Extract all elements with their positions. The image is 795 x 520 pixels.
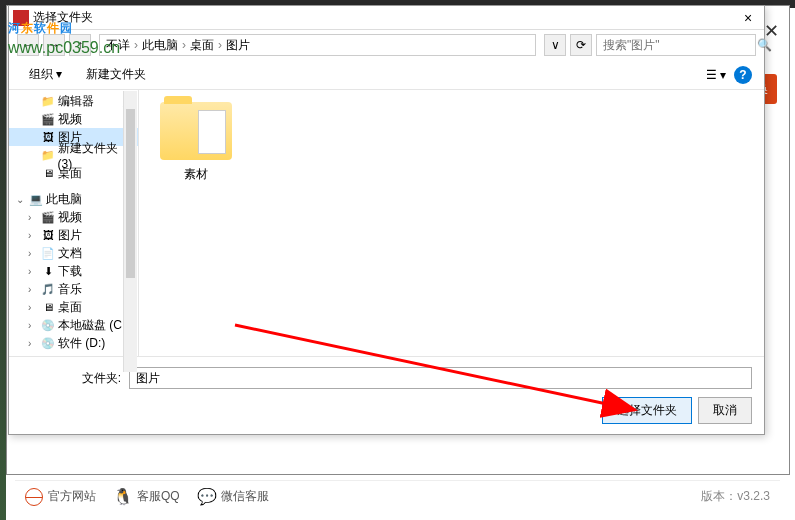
tree-item[interactable]: 📁编辑器📌 xyxy=(9,92,138,110)
nav-forward-button[interactable]: → xyxy=(43,34,65,56)
tree-item-label: 编辑器 xyxy=(58,93,94,110)
folder-label: 素材 xyxy=(184,166,208,183)
nav-back-button[interactable]: ← xyxy=(17,34,39,56)
tree-item[interactable]: 📁新建文件夹 (3) xyxy=(9,146,138,164)
tree-item[interactable]: ›🎵音乐 xyxy=(9,280,138,298)
tree-item-icon: 🖥 xyxy=(41,300,55,314)
tree-item[interactable]: ›🖼图片 xyxy=(9,226,138,244)
qq-support-link[interactable]: 🐧 客服QQ xyxy=(114,488,180,506)
tree-item-icon: 🖼 xyxy=(41,130,55,144)
tree-item[interactable]: ›📄文档 xyxy=(9,244,138,262)
folder-picker-dialog: 选择文件夹 × ← → ↑ 不详›此电脑›桌面›图片 ∨ ⟳ 🔍 组织 ▾ 新建… xyxy=(8,5,765,435)
tree-item-icon: 🎬 xyxy=(41,210,55,224)
expand-icon[interactable]: › xyxy=(28,320,38,331)
expand-icon[interactable]: › xyxy=(28,302,38,313)
navigation-bar: ← → ↑ 不详›此电脑›桌面›图片 ∨ ⟳ 🔍 xyxy=(9,30,764,60)
tree-item-label: 桌面 xyxy=(58,165,82,182)
expand-icon[interactable]: ⌄ xyxy=(16,194,26,205)
dialog-close-button[interactable]: × xyxy=(736,10,760,26)
version-label: 版本：v3.2.3 xyxy=(701,488,770,505)
nav-refresh-button[interactable]: ⟳ xyxy=(570,34,592,56)
folder-content[interactable]: 素材 xyxy=(139,90,764,356)
breadcrumb-separator: › xyxy=(218,38,222,52)
organize-button[interactable]: 组织 ▾ xyxy=(21,64,70,85)
dialog-titlebar: 选择文件夹 × xyxy=(9,6,764,30)
help-button[interactable]: ? xyxy=(734,66,752,84)
new-folder-button[interactable]: 新建文件夹 xyxy=(78,64,154,85)
tree-item-icon: 💿 xyxy=(41,318,55,332)
select-folder-button[interactable]: 选择文件夹 xyxy=(602,397,692,424)
tree-item-icon: 📄 xyxy=(41,246,55,260)
tree-item-icon: ⬇ xyxy=(41,264,55,278)
tree-item-label: 视频 xyxy=(58,209,82,226)
tree-item-label: 软件 (D:) xyxy=(58,335,105,352)
folder-tree: 📁编辑器📌🎬视频🖼图片📁新建文件夹 (3)🖥桌面⌄💻此电脑›🎬视频›🖼图片›📄文… xyxy=(9,90,139,356)
cancel-button[interactable]: 取消 xyxy=(698,397,752,424)
nav-up-button[interactable]: ↑ xyxy=(69,34,91,56)
breadcrumb-item[interactable]: 图片 xyxy=(226,37,250,54)
bottom-bar: 官方网站 🐧 客服QQ 💬 微信客服 版本：v3.2.3 xyxy=(15,480,780,512)
tree-item-label: 音乐 xyxy=(58,281,82,298)
dialog-icon xyxy=(13,10,29,26)
search-input[interactable] xyxy=(603,38,753,52)
qq-icon: 🐧 xyxy=(114,488,132,506)
tree-item-label: 本地磁盘 (C:) xyxy=(58,317,129,334)
tree-scrollbar[interactable] xyxy=(123,91,137,372)
folder-item[interactable]: 素材 xyxy=(151,102,241,183)
expand-icon[interactable]: › xyxy=(28,230,38,241)
breadcrumb-item[interactable]: 不详 xyxy=(106,37,130,54)
breadcrumb-separator: › xyxy=(134,38,138,52)
tree-item[interactable]: ›🎬视频 xyxy=(9,208,138,226)
tree-item[interactable]: ›💿本地磁盘 (C:) xyxy=(9,316,138,334)
wechat-icon: 💬 xyxy=(198,488,216,506)
tree-item-icon: 📁 xyxy=(41,148,55,162)
expand-icon[interactable]: › xyxy=(28,338,38,349)
search-box[interactable]: 🔍 xyxy=(596,34,756,56)
expand-icon[interactable]: › xyxy=(28,284,38,295)
tree-item[interactable]: ›⬇下载 xyxy=(9,262,138,280)
dialog-toolbar: 组织 ▾ 新建文件夹 ☰ ▾ ? xyxy=(9,60,764,90)
expand-icon[interactable]: › xyxy=(28,266,38,277)
tree-item-label: 文档 xyxy=(58,245,82,262)
tree-item[interactable]: ⌄💻此电脑 xyxy=(9,190,138,208)
search-icon[interactable]: 🔍 xyxy=(757,38,772,52)
expand-icon[interactable]: › xyxy=(28,212,38,223)
breadcrumb-item[interactable]: 此电脑 xyxy=(142,37,178,54)
tree-item-icon: 📁 xyxy=(41,94,55,108)
breadcrumb-separator: › xyxy=(182,38,186,52)
tree-item[interactable]: ›💿软件 (D:) xyxy=(9,334,138,352)
tree-item[interactable]: 🎬视频 xyxy=(9,110,138,128)
tree-item-label: 视频 xyxy=(58,111,82,128)
tree-item-label: 此电脑 xyxy=(46,191,82,208)
tree-item-icon: 🎬 xyxy=(41,112,55,126)
tree-item[interactable]: 🖥桌面 xyxy=(9,164,138,182)
folder-name-input[interactable] xyxy=(129,367,752,389)
folder-icon xyxy=(160,102,232,160)
tree-item[interactable]: ›🖥桌面 xyxy=(9,298,138,316)
breadcrumb-item[interactable]: 桌面 xyxy=(190,37,214,54)
wechat-support-link[interactable]: 💬 微信客服 xyxy=(198,488,269,506)
official-website-link[interactable]: 官方网站 xyxy=(25,488,96,506)
tree-item-icon: 🎵 xyxy=(41,282,55,296)
dialog-title: 选择文件夹 xyxy=(33,9,736,26)
tree-item-label: 桌面 xyxy=(58,299,82,316)
folder-field-label: 文件夹: xyxy=(21,370,121,387)
tree-item-icon: 🖥 xyxy=(41,166,55,180)
view-mode-button[interactable]: ☰ ▾ xyxy=(706,68,726,82)
expand-icon[interactable]: › xyxy=(28,248,38,259)
tree-item-icon: 💻 xyxy=(29,192,43,206)
globe-icon xyxy=(25,488,43,506)
tree-item-label: 图片 xyxy=(58,227,82,244)
tree-item-label: 下载 xyxy=(58,263,82,280)
breadcrumb[interactable]: 不详›此电脑›桌面›图片 xyxy=(99,34,536,56)
tree-item-icon: 💿 xyxy=(41,336,55,350)
tree-item-icon: 🖼 xyxy=(41,228,55,242)
nav-dropdown-button[interactable]: ∨ xyxy=(544,34,566,56)
